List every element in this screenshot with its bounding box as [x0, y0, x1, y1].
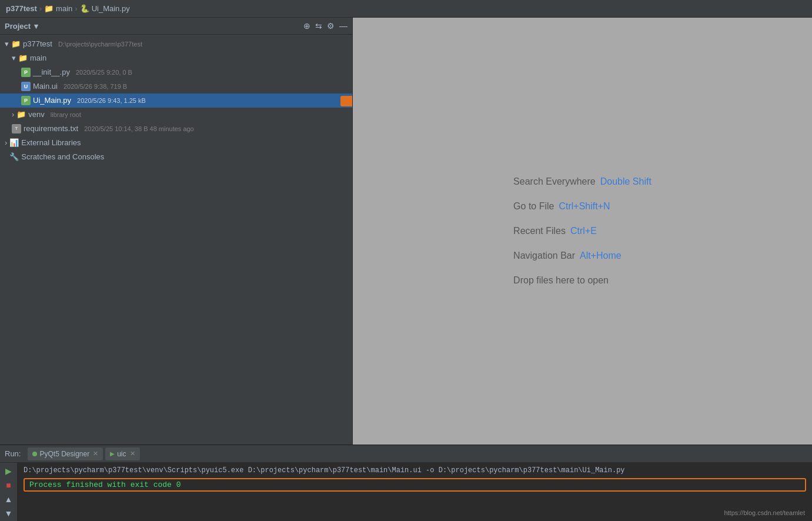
expand-icon: › — [12, 109, 14, 121]
sidebar-header: Project ▾ ⊕ ⇆ ⚙ — — [0, 18, 352, 35]
tree-item-req[interactable]: T requirements.txt 2020/5/25 10:14, 38 B… — [0, 122, 352, 136]
hint-label: Go to File — [513, 201, 554, 212]
folder-icon: 📁 — [18, 52, 28, 64]
tree-item-root[interactable]: ▾ 📁 p377test D:\projects\pycharm\p377tes… — [0, 37, 352, 51]
tree-meta: 2020/5/26 9:38, 719 B — [64, 81, 127, 92]
py-file-icon: P — [21, 96, 31, 105]
run-tab-pyqt5[interactable]: PyQt5 Designer ✕ — [28, 447, 103, 460]
hint-label: Navigation Bar — [513, 251, 575, 261]
hint-shortcut: Ctrl+Shift+N — [559, 201, 610, 212]
expand-icon: ▾ — [12, 52, 16, 64]
tree-label: requirements.txt — [24, 123, 78, 135]
project-name: p377test — [6, 4, 37, 13]
run-panel: Run: PyQt5 Designer ✕ ▶ uic ✕ ▶ ■ ▲ ▼ — [0, 445, 812, 521]
scroll-down-button[interactable]: ▼ — [4, 507, 14, 519]
hint-recent: Recent Files Ctrl+E — [513, 226, 651, 236]
tree-meta: 2020/5/26 9:43, 1.25 kB — [77, 95, 146, 106]
scroll-up-button[interactable]: ▲ — [4, 493, 14, 505]
hint-shortcut: Double Shift — [600, 176, 651, 187]
hint-drop: Drop files here to open — [513, 275, 651, 286]
tree-label: External Libraries — [21, 137, 81, 149]
collapse-icon[interactable]: ⇆ — [315, 21, 322, 31]
folder-icon: 📁 — [16, 109, 26, 121]
hint-shortcut: Alt+Home — [580, 251, 621, 261]
tree-item-main[interactable]: ▾ 📁 main — [0, 51, 352, 65]
tree-meta: D:\projects\pycharm\p377test — [58, 38, 142, 50]
tree-label: main — [30, 52, 46, 64]
hint-label: Drop files here to open — [513, 275, 609, 286]
hint-nav: Navigation Bar Alt+Home — [513, 251, 651, 261]
scratches-icon: 🔧 — [9, 151, 19, 163]
ui-file-icon: U — [21, 82, 31, 91]
run-tabs: Run: PyQt5 Designer ✕ ▶ uic ✕ — [0, 445, 812, 463]
tree-meta: 2020/5/25 9:20, 0 B — [76, 66, 132, 78]
folder-icon: 📁 — [11, 38, 21, 50]
tree-label: venv — [28, 109, 44, 121]
tree-label: Ui_Main.py — [33, 95, 71, 106]
title-bar: p377test › 📁 main › 🐍 Ui_Main.py — [0, 0, 812, 18]
title-sep2: › — [75, 4, 77, 13]
green-dot-icon — [32, 452, 37, 456]
tree-label: Scratches and Consoles — [21, 151, 104, 163]
run-label: Run: — [5, 449, 21, 458]
txt-file-icon: T — [12, 124, 21, 133]
tree-label: p377test — [23, 38, 52, 50]
tree-item-scratches[interactable]: › 🔧 Scratches and Consoles — [0, 150, 352, 164]
tree-label: __init__.py — [33, 66, 70, 78]
tree-label: Main.ui — [33, 81, 58, 92]
run-play-button[interactable]: ▶ — [4, 465, 13, 477]
locate-icon[interactable]: ⊕ — [303, 21, 310, 31]
tree-item-extlib[interactable]: › 📊 External Libraries — [0, 136, 352, 150]
run-content: ▶ ■ ▲ ▼ D:\projects\pycharm\p377test\ven… — [0, 463, 812, 521]
folder-icon: 📁 — [44, 4, 54, 13]
tab-label: PyQt5 Designer — [39, 450, 89, 458]
editor-area: Search Everywhere Double Shift Go to Fil… — [353, 18, 812, 445]
hint-search: Search Everywhere Double Shift — [513, 176, 651, 187]
minimize-icon[interactable]: — — [339, 21, 347, 31]
svg-rect-1 — [340, 96, 352, 106]
hint-goto: Go to File Ctrl+Shift+N — [513, 201, 651, 212]
run-output: D:\projects\pycharm\p377test\venv\Script… — [18, 463, 812, 521]
run-command-line: D:\projects\pycharm\p377test\venv\Script… — [24, 466, 806, 475]
tab-close-icon[interactable]: ✕ — [93, 450, 98, 457]
editor-hints: Search Everywhere Double Shift Go to Fil… — [490, 153, 675, 309]
run-tab-uic[interactable]: ▶ uic ✕ — [105, 447, 139, 460]
tree-item-mainui[interactable]: U Main.ui 2020/5/26 9:38, 719 B — [0, 79, 352, 93]
tree-item-init[interactable]: P __init__.py 2020/5/25 9:20, 0 B — [0, 65, 352, 79]
project-panel: Project ▾ ⊕ ⇆ ⚙ — ▾ 📁 p377test D:\projec… — [0, 18, 353, 445]
file-label: Ui_Main.py — [92, 4, 130, 13]
run-stop-button[interactable]: ■ — [5, 479, 12, 491]
py-file-icon: 🐍 — [80, 4, 89, 13]
hint-label: Recent Files — [513, 226, 566, 236]
project-label: Project — [5, 22, 31, 31]
settings-icon[interactable]: ⚙ — [327, 21, 335, 31]
tree-item-uimain[interactable]: P Ui_Main.py 2020/5/26 9:43, 1.25 kB — [0, 93, 352, 108]
exit-message-box: Process finished with exit code 0 — [24, 478, 806, 492]
tree-meta: 2020/5/25 10:14, 38 B 48 minutes ago — [84, 123, 194, 135]
expand-icon: › — [5, 137, 7, 149]
tab-label: uic — [117, 450, 126, 458]
watermark: https://blog.csdn.net/teamlet — [724, 509, 805, 516]
play-icon: ▶ — [110, 450, 115, 457]
title-sep1: › — [39, 4, 42, 13]
expand-icon: ▾ — [5, 38, 9, 50]
tree-meta: library root — [51, 109, 81, 121]
file-tree: ▾ 📁 p377test D:\projects\pycharm\p377tes… — [0, 35, 352, 445]
tab-close-icon[interactable]: ✕ — [130, 450, 135, 457]
dropdown-icon[interactable]: ▾ — [34, 22, 38, 31]
hint-label: Search Everywhere — [513, 176, 596, 187]
lib-icon: 📊 — [9, 137, 19, 149]
hint-shortcut: Ctrl+E — [570, 226, 597, 236]
run-sidebar: ▶ ■ ▲ ▼ — [0, 463, 18, 521]
tree-item-venv[interactable]: › 📁 venv library root — [0, 108, 352, 122]
py-file-icon: P — [21, 68, 31, 77]
main-folder-label: main — [56, 4, 72, 13]
